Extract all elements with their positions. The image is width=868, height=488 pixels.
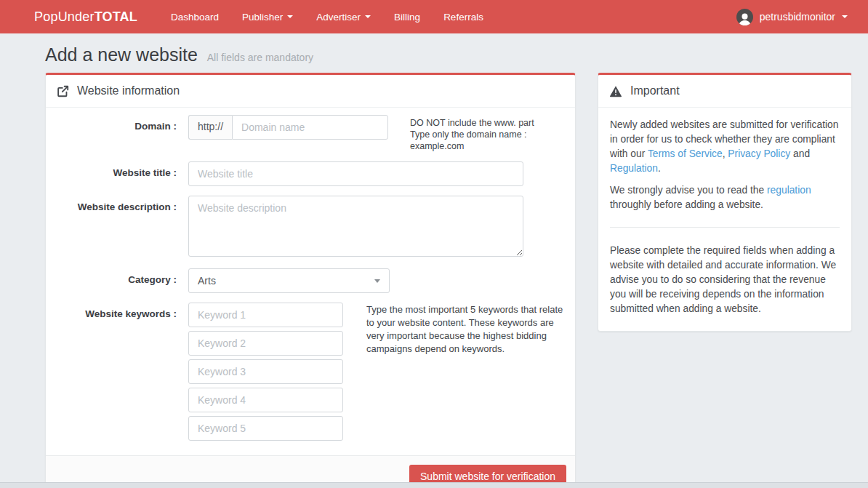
nav-item-label: Billing (394, 12, 420, 23)
nav-item-label: Dashboard (171, 12, 219, 23)
nav-item-label: Publisher (242, 12, 283, 23)
website-description-textarea[interactable] (188, 196, 523, 257)
website-title-input[interactable] (188, 161, 523, 186)
domain-help-text: DO NOT include the www. part Type only t… (410, 115, 575, 152)
nav-item-billing[interactable]: Billing (382, 0, 432, 33)
domain-input-group: http:// (188, 115, 388, 152)
website-title-label: Website title : (46, 161, 177, 186)
important-paragraph-2: We strongly advise you to read the regul… (610, 183, 840, 212)
text-segment: We strongly advise you to read the (610, 185, 767, 196)
page-bottom-strip (0, 482, 868, 488)
keyword-1-input[interactable] (188, 303, 343, 327)
domain-help-line2: Type only the domain name : example.com (410, 129, 575, 152)
keywords-row: Website keywords : Type the most importa… (46, 303, 575, 441)
category-selected-value: Arts (198, 275, 216, 287)
panel-heading: Important (598, 75, 851, 108)
text-segment: and (790, 148, 810, 159)
category-label: Category : (46, 268, 177, 293)
important-panel-body: Newly added websites are submitted for v… (598, 108, 851, 331)
chevron-down-icon (842, 15, 848, 18)
nav-item-label: Referrals (443, 12, 483, 23)
keyword-4-input[interactable] (188, 388, 343, 412)
website-information-panel: Website information Domain : http:// DO … (45, 73, 576, 488)
website-description-label: Website description : (46, 196, 177, 259)
nav-item-referrals[interactable]: Referrals (432, 0, 495, 33)
chevron-down-icon (287, 15, 293, 18)
panel-title: Website information (77, 84, 180, 97)
divider (610, 227, 840, 228)
category-row: Category : Arts (46, 268, 575, 293)
person-icon (736, 10, 753, 25)
domain-help-line1: DO NOT include the www. part (410, 117, 575, 129)
nav-item-advertiser[interactable]: Advertiser (305, 0, 382, 33)
nav-item-dashboard[interactable]: Dashboard (159, 0, 230, 33)
important-panel: Important Newly added websites are submi… (598, 73, 852, 332)
page-header: Add a new website All fields are mandato… (45, 44, 852, 65)
user-menu[interactable]: petrusbidmonitor (734, 0, 851, 33)
select-caret-icon (374, 279, 380, 283)
regulation-link[interactable]: regulation (767, 185, 811, 196)
important-paragraph-3: Please complete the required fields when… (610, 244, 840, 316)
regulation-link[interactable]: Regulation (610, 163, 658, 174)
keyword-3-input[interactable] (188, 359, 343, 384)
page-content: Add a new website All fields are mandato… (0, 33, 868, 488)
user-avatar (736, 9, 753, 25)
keyword-5-input[interactable] (188, 416, 343, 441)
page-title: Add a new website (45, 44, 198, 65)
keywords-inputs (188, 303, 343, 441)
website-title-row: Website title : (46, 161, 575, 186)
privacy-policy-link[interactable]: Privacy Policy (728, 148, 790, 159)
domain-label: Domain : (46, 115, 177, 152)
http-prefix-addon: http:// (188, 115, 232, 140)
domain-input[interactable] (232, 115, 388, 140)
nav-item-label: Advertiser (316, 12, 361, 23)
warning-icon (609, 85, 622, 97)
brand-prefix: PopUnder (34, 9, 95, 24)
navbar: PopUnderTOTAL Dashboard Publisher Advert… (0, 0, 868, 33)
page-subtitle: All fields are mandatory (207, 52, 313, 63)
keywords-label: Website keywords : (46, 303, 177, 441)
keyword-2-input[interactable] (188, 331, 343, 356)
website-description-row: Website description : (46, 196, 575, 259)
main-nav: Dashboard Publisher Advertiser Billing R… (159, 0, 495, 33)
chevron-down-icon (365, 15, 371, 18)
domain-row: Domain : http:// DO NOT include the www.… (46, 115, 575, 152)
brand-logo[interactable]: PopUnderTOTAL (34, 9, 137, 25)
website-form: Domain : http:// DO NOT include the www.… (46, 108, 575, 455)
keywords-help-text: Type the most important 5 keywords that … (366, 303, 571, 441)
terms-of-service-link[interactable]: Terms of Service (648, 148, 723, 159)
brand-suffix: TOTAL (95, 9, 137, 24)
nav-item-publisher[interactable]: Publisher (230, 0, 305, 33)
user-name: petrusbidmonitor (760, 11, 835, 23)
text-segment: . (658, 163, 661, 174)
external-link-icon (57, 85, 69, 97)
panel-heading: Website information (46, 75, 575, 108)
text-segment: throughly before adding a website. (610, 199, 763, 210)
panel-title: Important (630, 84, 680, 97)
category-select[interactable]: Arts (188, 268, 390, 293)
important-paragraph-1: Newly added websites are submitted for v… (610, 118, 840, 176)
